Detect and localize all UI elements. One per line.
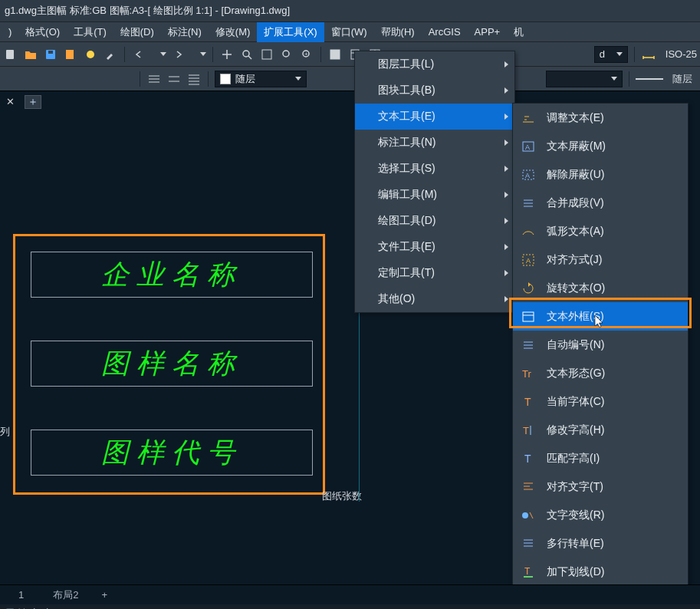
svg-text:T: T <box>524 396 531 408</box>
menu-layer-tools[interactable]: 图层工具(L) <box>355 51 514 77</box>
tb-dim-icon[interactable] <box>641 47 656 62</box>
svg-text:A: A <box>525 143 530 151</box>
tb-zoom-window-icon[interactable] <box>259 47 274 62</box>
tb-stack1-icon[interactable] <box>146 71 162 87</box>
smi-match-height[interactable]: T匹配字高(I) <box>513 444 688 472</box>
canvas-label-pages: 图纸张数 <box>322 489 362 503</box>
linetype-label: 随层 <box>672 72 692 86</box>
menu-block-tools[interactable]: 图块工具(B) <box>355 77 514 104</box>
smi-merge-para[interactable]: 合并成段(V) <box>513 189 688 217</box>
svg-text:T: T <box>524 453 531 465</box>
menu-bar: ) 格式(O) 工具(T) 绘图(D) 标注(N) 修改(M) 扩展工具(X) … <box>0 21 700 41</box>
color-dropdown[interactable]: 随层 <box>215 71 307 87</box>
close-tab-icon[interactable]: ✕ <box>5 97 15 107</box>
menu-extend-tools[interactable]: 扩展工具(X) <box>257 22 324 42</box>
layout-tab-1[interactable]: 1 <box>5 586 38 604</box>
svg-point-4 <box>87 51 94 58</box>
menu-draw-tools[interactable]: 绘图工具(D) <box>355 208 514 234</box>
menu-custom-tools[interactable]: 定制工具(T) <box>355 260 514 286</box>
tb-brush-icon[interactable] <box>103 47 118 62</box>
smi-adjust-text[interactable]: 调整文本(E) <box>513 104 688 132</box>
tb-open-icon[interactable] <box>23 47 38 62</box>
linetype-preview-icon <box>636 78 663 80</box>
tb-light-icon[interactable] <box>83 47 98 62</box>
smi-add-underline[interactable]: T加下划线(D) <box>513 558 688 586</box>
highlight-box-canvas: 企业名称 图样名称 图样代号 <box>13 234 325 495</box>
lineweight-dropdown[interactable] <box>546 71 623 87</box>
command-line[interactable]: 属 性 定 义 <box>0 604 700 609</box>
tb-properties-icon[interactable] <box>327 47 343 62</box>
tb-zoom-extents-icon[interactable]: + <box>299 47 314 62</box>
mouse-cursor-icon <box>594 314 605 330</box>
smi-rotate-text[interactable]: 旋转文本(O) <box>513 274 688 302</box>
svg-rect-11 <box>330 50 340 59</box>
smi-change-height[interactable]: T修改字高(H) <box>513 416 688 444</box>
smi-text-to-line[interactable]: 文字变线(R) <box>513 501 688 529</box>
menu-draw[interactable]: 绘图(D) <box>113 22 161 42</box>
text-frame-3: 图样代号 <box>31 430 313 476</box>
tb-save-icon[interactable] <box>43 47 58 62</box>
menu-arcgis[interactable]: ArcGIS <box>422 23 468 41</box>
tb-redo-icon[interactable] <box>171 47 186 62</box>
menu-machine[interactable]: 机 <box>507 22 531 42</box>
tb-redo-drop-icon[interactable] <box>191 47 206 62</box>
menu-other[interactable]: 其他(O) <box>355 286 514 312</box>
menu-help[interactable]: 帮助(H) <box>374 22 422 42</box>
svg-rect-2 <box>48 51 53 54</box>
canvas-label-left: 列 <box>0 425 10 439</box>
svg-point-29 <box>522 512 528 518</box>
smi-mtext-to-single[interactable]: 多行转单(E) <box>513 529 688 558</box>
color-swatch-icon <box>220 74 231 84</box>
svg-point-8 <box>283 51 289 57</box>
toolbar-main: + d ISO-25 <box>0 41 700 66</box>
smi-current-font[interactable]: T当前字体(C) <box>513 387 688 416</box>
smi-arc-text[interactable]: 弧形文本(A) <box>513 217 688 245</box>
menu-dim[interactable]: 标注(N) <box>161 22 209 42</box>
toolbar-layers: 随层 随层 <box>0 66 700 91</box>
window-title: g1.dwg主图幅 标准:GB 图幅:A3-[ 绘图比例 1:1] - [Dra… <box>0 0 700 21</box>
dropdown-d[interactable]: d <box>594 46 628 63</box>
tb-stack3-icon[interactable] <box>186 71 202 87</box>
text-frame-1: 企业名称 <box>31 252 313 298</box>
svg-point-5 <box>243 51 249 57</box>
menu-text-tools[interactable]: 文本工具(E) <box>355 104 514 130</box>
menu-select-tools[interactable]: 选择工具(S) <box>355 156 514 182</box>
tb-new-icon[interactable] <box>3 47 18 62</box>
extend-tools-menu: 图层工具(L) 图块工具(B) 文本工具(E) 标注工具(N) 选择工具(S) … <box>354 51 515 313</box>
svg-rect-3 <box>66 50 74 59</box>
menu-appplus[interactable]: APP+ <box>468 23 508 41</box>
svg-rect-7 <box>262 50 271 59</box>
svg-text:A: A <box>525 172 530 179</box>
menu-modify[interactable]: 修改(M) <box>209 22 258 42</box>
new-tab-button[interactable]: ＋ <box>25 95 41 109</box>
smi-align[interactable]: A对齐方式(J) <box>513 245 688 274</box>
tb-zoom-previous-icon[interactable] <box>279 47 294 62</box>
tb-export-icon[interactable] <box>63 47 78 62</box>
menu-tools[interactable]: 工具(T) <box>67 22 113 42</box>
menu-file-tools[interactable]: 文件工具(E) <box>355 234 514 260</box>
menu-edit-tools[interactable]: 编辑工具(M) <box>355 182 514 208</box>
layout-tab-add[interactable]: + <box>94 586 115 604</box>
layout-tab-2[interactable]: 布局2 <box>39 585 92 605</box>
svg-text:T: T <box>524 566 531 577</box>
menu-dim-tools[interactable]: 标注工具(N) <box>355 130 514 156</box>
tb-pan-icon[interactable] <box>219 47 235 62</box>
menu-format[interactable]: 格式(O) <box>18 22 67 42</box>
drawing-text-1: 企业名称 <box>101 256 242 294</box>
smi-unmask[interactable]: A解除屏蔽(U) <box>513 160 688 189</box>
smi-text-mask[interactable]: A文本屏蔽(M) <box>513 132 688 160</box>
drawing-text-2: 图样名称 <box>101 345 242 383</box>
tb-undo-icon[interactable] <box>131 47 146 62</box>
tb-undo-drop-icon[interactable] <box>151 47 166 62</box>
smi-auto-number[interactable]: 自动编号(N) <box>513 331 688 359</box>
svg-rect-0 <box>6 50 14 59</box>
menu-window[interactable]: 窗口(W) <box>324 22 374 42</box>
svg-text:+: + <box>304 51 308 58</box>
svg-line-6 <box>248 56 251 59</box>
tb-zoom-realtime-icon[interactable] <box>239 47 255 62</box>
menu-partial[interactable]: ) <box>2 23 18 41</box>
layout-tabs: 1 布局2 + <box>0 584 700 604</box>
smi-align-text[interactable]: 对齐文字(T) <box>513 472 688 501</box>
smi-text-shape[interactable]: Tr文本形态(G) <box>513 359 688 387</box>
tb-stack2-icon[interactable] <box>166 71 182 87</box>
